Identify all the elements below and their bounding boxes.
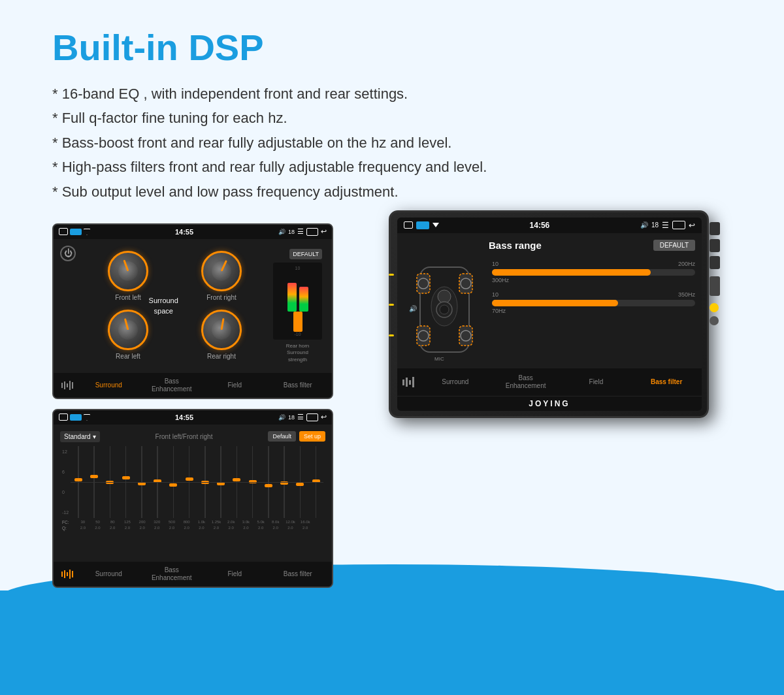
q-row: Q: 2.0 2.0 2.0 2.0 2.0 2.0 2.0 2.0 2.0 2… [60,526,325,530]
eq-handle-11[interactable] [233,478,240,481]
device-volume-icon: 🔊 [640,221,648,229]
knob-rear-left-dial[interactable] [108,310,148,350]
surround-screen: 14:55 🔊 18 ☰ ↩ ⏻ [52,223,333,399]
right-device-container: 14:56 🔊 18 ☰ ↩ Bass range [353,210,745,418]
volume-level-2: 18 [288,414,295,421]
left-screens: 14:55 🔊 18 ☰ ↩ ⏻ [52,223,333,588]
fc-val-4: 125 [120,520,135,525]
knob-front-right[interactable]: Front right [176,249,267,304]
eq-handle-1[interactable] [74,478,82,481]
device-tab-bass-filter[interactable]: Bass filter [631,378,702,385]
side-btn-1[interactable] [710,222,720,235]
device-app-icon [416,221,429,229]
device-back-icon: ↩ [689,221,695,230]
fc-row: FC: 30 50 80 125 200 320 500 800 1.0k 1.… [60,520,325,525]
device-default-btn[interactable]: DEFAULT [653,240,695,251]
side-btn-round[interactable] [710,316,719,325]
q-val: 2.0 [105,526,120,530]
device-eq-icon[interactable] [397,376,420,388]
q-val: 2.0 [224,526,238,530]
feature-1: * 16-band EQ , with independent front an… [52,82,745,106]
svg-rect-4 [72,382,73,389]
q-val: 2.0 [253,526,268,530]
eq-handle-4[interactable] [122,476,130,479]
svg-rect-8 [69,570,71,579]
vu-bars [278,270,317,312]
slider-2-fill [492,300,618,306]
feature-2: * Full q-factor fine tuning for each hz. [52,106,745,130]
eq-content: Standard ▾ Front left/Front right Defaul… [54,425,332,562]
device-tab-surround[interactable]: Surround [420,378,491,385]
side-btn-2[interactable] [710,239,720,252]
device-tab-bass-enhance[interactable]: BassEnhancement [491,374,561,390]
status-icons-left [59,228,90,235]
eq-dropdown-btn[interactable]: Standard ▾ [60,431,100,442]
volume-icon-2: 🔊 [278,414,286,421]
screenshots-container: 14:55 🔊 18 ☰ ↩ ⏻ [52,223,745,588]
knob-front-left-label: Front left [115,294,140,301]
tab-bass-filter-1[interactable]: Bass filter [267,381,329,389]
fc-val-16: 16.0k [298,520,312,525]
yellow-accent-2 [389,304,394,306]
svg-point-20 [438,290,451,303]
fc-values: 30 50 80 125 200 320 500 800 1.0k 1.25k … [76,520,312,525]
slider-1-freq-lo: 300Hz [492,277,509,283]
device-shell: 14:56 🔊 18 ☰ ↩ Bass range [389,210,709,418]
device-menu-icon: ☰ [662,221,669,230]
fc-val-2: 50 [91,520,105,525]
eq-handle-8[interactable] [186,477,193,481]
eq-center-line [71,482,323,483]
side-btn-4[interactable] [710,276,720,296]
eq-scale: 12 6 0 -12 [62,446,69,518]
features-list: * 16-band EQ , with independent front an… [52,82,745,204]
q-val: 2.0 [76,526,90,530]
eq-icon-tab-2[interactable] [57,569,76,579]
device-status-bar: 14:56 🔊 18 ☰ ↩ [397,218,702,233]
device-header: Bass range DEFAULT [404,240,695,251]
fc-val-10: 1.25k [209,520,223,525]
tab-surround-2[interactable]: Surround [78,570,140,577]
power-button[interactable]: ⏻ [60,246,76,261]
knob-rear-right-dial[interactable] [201,310,242,350]
slider-2-track[interactable] [492,300,695,306]
vu-bottom-label: -10 [278,332,317,336]
tab-bass-enhance-1[interactable]: BassEnhancement [141,378,203,393]
device-content-row: 🔊 MIC [404,257,695,362]
eq-handle-2[interactable] [90,475,98,478]
q-val: 2.0 [298,526,312,530]
rear-horn-label: Rear hornSurroundstrength [273,343,322,363]
slider-1-track[interactable] [492,269,695,276]
device-nav-icon [433,223,439,227]
q-val: 2.0 [239,526,253,530]
eq-bottom-tabs: Surround BassEnhancement Field Bass filt… [54,562,332,587]
tab-field-2[interactable]: Field [204,570,266,577]
knob-front-right-dial[interactable] [201,251,242,291]
tab-surround-1[interactable]: Surround [78,381,140,389]
side-btn-3[interactable] [710,256,720,269]
eq-setup-btn[interactable]: Set up [299,431,325,442]
tab-bass-enhance-2[interactable]: BassEnhancement [141,566,203,582]
knob-rear-right-label: Rear right [207,353,236,360]
eq-default-btn[interactable]: Default [268,431,296,442]
surround-bottom-tabs: Surround BassEnhancement Field Bass filt… [54,373,332,398]
tab-bass-filter-2[interactable]: Bass filter [267,570,329,577]
svg-rect-27 [406,378,408,387]
knob-front-left-dial[interactable] [108,251,148,291]
back-icon-2: ↩ [321,413,327,421]
eq-handle-7[interactable] [169,483,177,487]
vu-orange-bar [293,312,302,332]
device-tab-field[interactable]: Field [561,378,632,385]
q-val: 2.0 [180,526,194,530]
eq-handle-15[interactable] [296,483,304,486]
feature-5: * Sub output level and low pass frequenc… [52,180,745,204]
knob-rear-right[interactable]: Rear right [176,308,267,363]
default-button-1[interactable]: DEFAULT [289,249,322,259]
slider-1-labels: 10 200Hz [492,261,695,267]
svg-rect-1 [64,381,65,389]
eq-handle-13[interactable] [265,484,272,487]
volume-icon: 🔊 [278,229,286,235]
slider-1-bottom-labels: 300Hz [492,277,695,283]
eq-icon-tab[interactable] [57,380,76,391]
svg-rect-7 [67,572,68,576]
tab-field-1[interactable]: Field [204,381,266,389]
